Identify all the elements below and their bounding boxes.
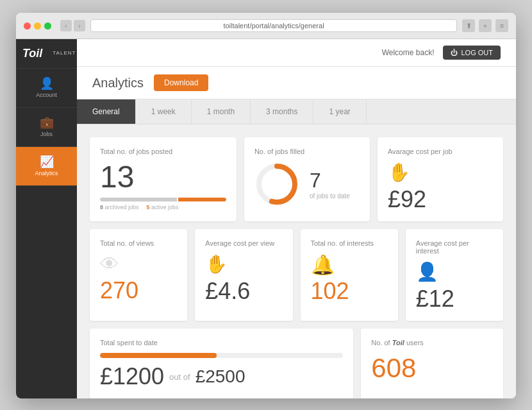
archived-count: 8 — [100, 204, 103, 210]
tab-3months[interactable]: 3 months — [251, 99, 313, 124]
jobs-posted-card: Total no. of jobs posted 13 8 archived j… — [90, 137, 237, 221]
close-button[interactable] — [24, 22, 31, 30]
topbar: Welcome back! ⏻ LOG OUT — [77, 39, 516, 67]
sidebar-analytics-label: Analytics — [35, 170, 58, 176]
account-icon: 👤 — [40, 78, 54, 89]
toil-users-title: No. of Toil users — [371, 339, 493, 346]
total-interests-card: Total no. of interests 🔔 102 — [301, 229, 398, 321]
content-header: Analytics Download — [77, 67, 516, 99]
tab-1month[interactable]: 1 month — [192, 99, 251, 124]
spent-amount: £1200 — [100, 363, 164, 390]
total-interests-value: 102 — [311, 280, 388, 303]
avg-cost-view-title: Average cost per view — [205, 239, 282, 247]
jobs-filled-card: No. of jobs filled 7 of jobs to date — [244, 137, 370, 221]
forward-button[interactable]: › — [74, 20, 85, 31]
logo-talent-text: TALENT — [53, 51, 76, 56]
sidebar-nav: 👤 Account 💼 Jobs 📈 Analytics — [16, 69, 77, 398]
sidebar-logo: Toil TALENT — [16, 39, 77, 69]
cards-row-1: Total no. of jobs posted 13 8 archived j… — [90, 137, 503, 221]
active-count: 5 — [147, 204, 150, 210]
avg-cost-job-card: Avarage cost per job ✋ £92 — [378, 137, 503, 221]
topbar-right: Welcome back! ⏻ LOG OUT — [382, 46, 501, 60]
toil-users-card: No. of Toil users 608 — [361, 329, 503, 398]
avg-cost-view-card: Average cost per view ✋ £4.6 — [195, 229, 292, 321]
sidebar: Toil TALENT 👤 Account 💼 Jobs 📈 Analytics — [16, 39, 77, 398]
donut-svg — [254, 162, 299, 207]
new-tab-button[interactable]: + — [479, 19, 492, 32]
back-button[interactable]: ‹ — [60, 20, 72, 31]
app-container: Toil TALENT 👤 Account 💼 Jobs 📈 Analytics — [16, 39, 516, 398]
avg-cost-interest-title: Average cost per interest — [416, 239, 493, 255]
logout-icon: ⏻ — [451, 49, 458, 56]
tab-1year[interactable]: 1 year — [313, 99, 366, 124]
cards-row-3: Total spent to date £1200 out of £2500 — [90, 329, 503, 398]
total-spent-title: Total spent to date — [100, 339, 343, 346]
interests-icon: 🔔 — [311, 253, 388, 276]
toil-users-value: 608 — [371, 353, 493, 384]
sidebar-toggle-button[interactable]: ≡ — [495, 19, 508, 32]
toil-brand-inline: Toil — [392, 339, 404, 346]
donut-content: 7 of jobs to date — [254, 162, 350, 207]
spent-progress-bar — [100, 353, 343, 358]
archived-progress — [100, 198, 177, 201]
active-progress — [178, 198, 226, 201]
tab-general[interactable]: General — [77, 99, 136, 124]
traffic-lights — [24, 22, 51, 30]
avg-cost-interest-card: Average cost per interest 👤 £12 — [406, 229, 503, 321]
donut-info: 7 of jobs to date — [310, 169, 350, 200]
analytics-icon: 📈 — [40, 156, 54, 167]
jobs-filled-title: No. of jobs filled — [254, 148, 304, 155]
minimize-button[interactable] — [34, 22, 41, 30]
share-button[interactable]: ⬆ — [462, 19, 475, 32]
avg-cost-view-value: £4.6 — [205, 280, 282, 303]
jobs-filled-value: 7 — [310, 169, 350, 192]
total-interests-title: Total no. of interests — [311, 239, 388, 247]
welcome-text: Welcome back! — [382, 48, 435, 57]
jobs-progress-bar — [100, 198, 226, 201]
avg-cost-job-title: Avarage cost per job — [388, 148, 493, 155]
main-content: Welcome back! ⏻ LOG OUT Analytics Downlo… — [77, 39, 516, 398]
sidebar-jobs-label: Jobs — [40, 131, 53, 137]
jobs-icon: 💼 — [40, 117, 54, 128]
address-bar[interactable]: toiltalent/portal/analytics/general — [90, 19, 457, 32]
views-icon: 👁 — [100, 253, 177, 275]
cost-interest-icon: 👤 — [416, 261, 493, 282]
maximize-button[interactable] — [44, 22, 51, 30]
spent-of-text: out of — [169, 372, 190, 382]
jobs-posted-value: 13 — [100, 162, 226, 192]
total-views-card: Total no. of views 👁 270 — [90, 229, 187, 321]
sidebar-account-label: Account — [36, 92, 57, 98]
download-button[interactable]: Download — [154, 74, 208, 91]
total-views-title: Total no. of views — [100, 239, 177, 247]
spent-amounts: £1200 out of £2500 — [100, 363, 343, 390]
browser-actions: ⬆ + ≡ — [462, 19, 508, 32]
sidebar-item-account[interactable]: 👤 Account — [16, 69, 77, 108]
spent-fill — [100, 353, 217, 358]
browser-window: ‹ › toiltalent/portal/analytics/general … — [16, 13, 516, 398]
avg-cost-job-value: £92 — [388, 188, 493, 211]
total-views-value: 270 — [100, 279, 177, 302]
tabs-bar: General 1 week 1 month 3 months 1 year — [77, 99, 516, 124]
sidebar-item-jobs[interactable]: 💼 Jobs — [16, 108, 77, 147]
dashboard: Total no. of jobs posted 13 8 archived j… — [77, 124, 516, 398]
logout-button[interactable]: ⏻ LOG OUT — [443, 46, 501, 60]
cost-view-icon: ✋ — [205, 253, 282, 275]
logout-label: LOG OUT — [461, 49, 493, 56]
cards-row-2: Total no. of views 👁 270 Average cost pe… — [90, 229, 503, 321]
total-spent-card: Total spent to date £1200 out of £2500 — [90, 329, 353, 398]
active-label: 5 active jobs — [147, 204, 179, 210]
cost-job-icon: ✋ — [388, 162, 493, 183]
browser-chrome: ‹ › toiltalent/portal/analytics/general … — [16, 13, 516, 39]
jobs-posted-title: Total no. of jobs posted — [100, 148, 226, 155]
donut-chart — [254, 162, 299, 207]
nav-arrows: ‹ › — [60, 20, 85, 31]
page-title: Analytics — [92, 76, 144, 90]
tab-1week[interactable]: 1 week — [136, 99, 192, 124]
sidebar-item-analytics[interactable]: 📈 Analytics — [16, 147, 77, 186]
progress-labels: 8 archived jobs 5 active jobs — [100, 204, 226, 210]
avg-cost-interest-value: £12 — [416, 287, 493, 311]
spent-budget: £2500 — [195, 366, 245, 387]
logo-toil-text: Toil — [22, 47, 42, 60]
archived-label: 8 archived jobs — [100, 204, 139, 210]
jobs-filled-sub: of jobs to date — [310, 192, 350, 200]
